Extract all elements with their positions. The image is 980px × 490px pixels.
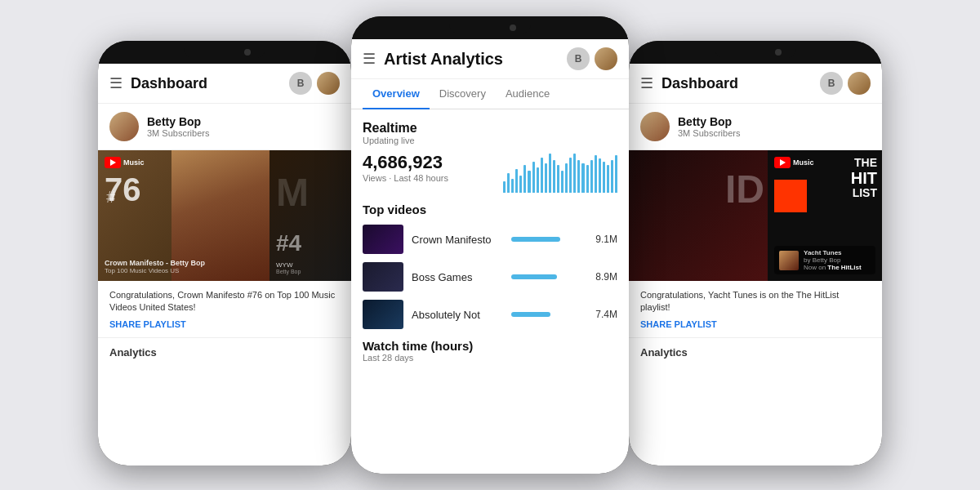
hamburger-icon-right[interactable]: ☰ [640, 74, 653, 92]
avatar-circle[interactable]: B [289, 72, 312, 95]
youtube-icon [105, 157, 121, 168]
chart-bar [595, 155, 597, 193]
views-label: Views · Last 48 hours [363, 173, 448, 183]
right-phone-notch [629, 41, 882, 64]
artist-row: Betty Bop 3M Subscribers [98, 104, 351, 150]
share-playlist-link-right[interactable]: SHARE PLAYLIST [640, 319, 871, 329]
chart-bar [503, 181, 506, 193]
chart-bar [603, 162, 605, 193]
analytics-section-label: Analytics [98, 338, 351, 362]
now-playing-row: Yacht Tunes by Betty Bop Now on The HitL… [774, 246, 875, 274]
np-playlist: The HitList [827, 264, 861, 271]
avatar-circle-right[interactable]: B [820, 72, 843, 95]
side-artist-label: Betty Bop [276, 269, 345, 274]
chart-bar [561, 171, 564, 193]
artist-info: Betty Bop 3M Subscribers [147, 115, 209, 138]
dashboard-title-right: Dashboard [662, 75, 812, 92]
center-phone: ☰ Artist Analytics B Overview Discovery … [351, 16, 629, 474]
artist-subscribers: 3M Subscribers [147, 128, 209, 138]
user-avatar-photo[interactable] [317, 72, 340, 95]
chart-bar [507, 173, 510, 193]
chart-bar [590, 160, 593, 193]
youtube-icon-right [774, 157, 791, 168]
video-bar-crown [511, 237, 577, 242]
artist-avatar [109, 112, 139, 141]
hamburger-icon[interactable]: ☰ [109, 74, 122, 92]
user-avatar-photo-right[interactable] [848, 72, 871, 95]
video-name-boss: Boss Games [412, 271, 503, 283]
camera-dot [244, 49, 251, 56]
hit-card-right: Music THE HIT LIST Yacht Tunes by Betty … [768, 150, 882, 281]
notch-bar [184, 47, 265, 58]
hit-list-card[interactable]: ID Music THE HIT LIST [629, 150, 882, 281]
hit-id-text: ID [725, 167, 764, 212]
video-bar-fill-abs [511, 312, 550, 317]
left-phone-screen: ☰ Dashboard B Betty Bop 3M Subscribers [98, 64, 351, 466]
camera-dot-center [510, 24, 516, 31]
video-row-2[interactable]: Boss Games 8.9M [363, 262, 617, 292]
tab-audience[interactable]: Audience [496, 79, 559, 109]
realtime-row: 4,686,923 Views · Last 48 hours [363, 152, 617, 193]
right-phone-screen: ☰ Dashboard B Betty Bop 3M Subscribers I… [629, 64, 882, 466]
np-thumb [779, 251, 799, 270]
watch-time-title: Watch time (hours) [363, 339, 617, 353]
chart-bar [545, 163, 547, 193]
avatar-circle-center[interactable]: B [567, 47, 590, 70]
artist-name: Betty Bop [147, 115, 209, 128]
right-phone: ☰ Dashboard B Betty Bop 3M Subscribers I… [629, 41, 882, 466]
artist-info-right: Betty Bop 3M Subscribers [678, 115, 740, 138]
dashboard-header: ☰ Dashboard B [98, 64, 351, 104]
chart-bar [537, 167, 539, 193]
tab-overview[interactable]: Overview [363, 79, 430, 109]
side-song-label: WYW [276, 261, 345, 269]
np-artist: by Betty Bop [804, 256, 862, 264]
the-text: THE [851, 157, 877, 169]
chart-bar [557, 165, 559, 193]
rank-hash: # [106, 188, 115, 207]
top-videos-title: Top videos [363, 203, 617, 216]
yt-music-logo-right: Music [774, 157, 814, 168]
chart-bar [511, 179, 514, 193]
analytics-header: ☰ Artist Analytics B [351, 39, 629, 79]
phones-container: ☰ Dashboard B Betty Bop 3M Subscribers [0, 0, 980, 490]
user-avatar-photo-center[interactable] [595, 47, 617, 70]
side-music-card[interactable]: M #4 WYW Betty Bop [270, 150, 351, 281]
side-song-initial: M [276, 170, 309, 215]
chart-bar [607, 165, 609, 193]
video-bar-boss [511, 274, 577, 279]
video-thumb-abs [363, 300, 403, 329]
chart-bar [515, 169, 518, 193]
header-icons-center: B [567, 47, 617, 70]
hit-text: HIT [851, 169, 877, 187]
views-count: 4,686,923 [363, 152, 448, 173]
artist-row-right: Betty Bop 3M Subscribers [629, 104, 882, 150]
video-row-1[interactable]: Crown Manifesto 9.1M [363, 225, 617, 254]
video-bar-abs [511, 312, 577, 317]
watch-time-section: Watch time (hours) Last 28 days [363, 339, 617, 363]
yt-logo-text-right: Music [793, 158, 814, 167]
np-on: Now on The HitList [804, 264, 862, 271]
chart-bar [586, 165, 589, 193]
hamburger-icon-center[interactable]: ☰ [363, 50, 376, 68]
chart-bar [577, 160, 580, 193]
share-playlist-link[interactable]: SHARE PLAYLIST [109, 319, 340, 329]
video-row-3[interactable]: Absolutely Not 7.4M [363, 300, 617, 329]
chart-bar [565, 163, 568, 193]
analytics-title: Artist Analytics [384, 50, 559, 69]
tab-discovery[interactable]: Discovery [430, 79, 496, 109]
card-chart-label: Top 100 Music Videos US [105, 267, 263, 274]
chart-bar [553, 160, 555, 193]
video-views-abs: 7.4M [585, 309, 617, 320]
notch-bar-right [715, 47, 796, 58]
header-icons-right: B [820, 72, 871, 95]
artist-avatar-right [640, 112, 670, 141]
np-song: Yacht Tunes [804, 249, 862, 256]
video-thumb-crown [363, 225, 403, 254]
watch-time-subtitle: Last 28 days [363, 353, 617, 363]
analytics-section-label-right: Analytics [629, 338, 882, 362]
video-views-crown: 9.1M [585, 234, 617, 245]
realtime-bar-chart [503, 152, 617, 193]
chart-bar [519, 176, 522, 193]
main-music-card[interactable]: Music 76 # Crown Manifesto - Betty Bop T… [98, 150, 270, 281]
camera-dot-right [775, 49, 782, 56]
